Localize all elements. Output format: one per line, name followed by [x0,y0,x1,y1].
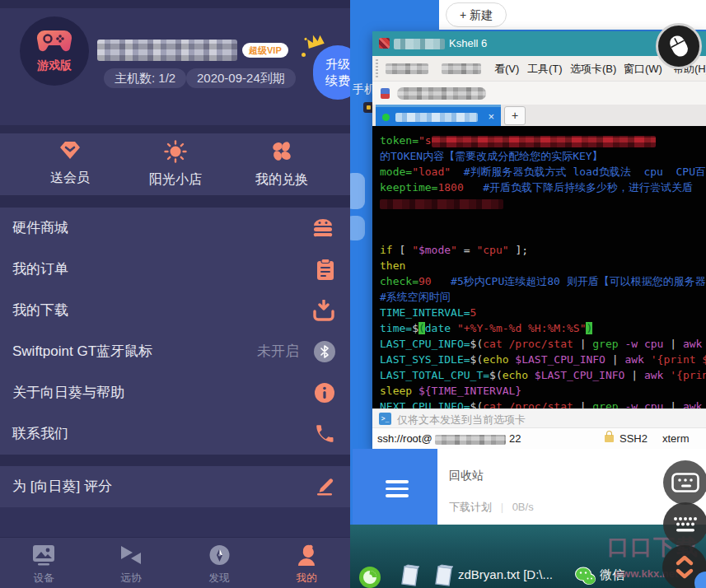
redacted-menu [442,63,481,74]
terminal[interactable]: token="s的TOKEN内容【需要改成分配给您的实际KEY】mode="lo… [372,126,706,408]
sunflower-app-panel: 游戏版 超级VIP 主机数: 1/2 2020-09-24到期 升级 续费 送会… [0,0,350,588]
keyboard-icon [671,516,699,534]
redacted-address[interactable] [397,87,486,100]
divider-band [0,125,350,133]
person-icon [295,554,318,568]
vip-badge: 超级VIP [242,43,288,58]
list-item-contact-us[interactable]: 联系我们 [0,413,350,455]
mouse-control-button[interactable] [656,23,702,69]
send-text-label: 仅将文本发送到当前选项卡 [397,413,526,427]
gamepad-icon [36,29,72,57]
tab-discover[interactable]: 发现 [182,544,256,586]
edit-icon [314,476,335,501]
host-count-pill: 主机数: 1/2 [104,68,186,88]
sun-icon [163,152,188,166]
app-logo-icon [379,38,390,49]
phone-icon [314,423,335,448]
wechat-icon[interactable] [574,566,596,588]
notepad-taskbar-icon[interactable] [400,564,421,588]
keypad-icon [671,473,699,492]
kshell-window: Kshell 6 看(V) 工具(T) 选项卡(B) 窗口(W) 帮助(H) ×… [372,31,706,449]
list-item-my-downloads[interactable]: 我的下载 [0,290,350,332]
background-button-shape [350,173,365,209]
bluetooth-status: 未开启 [257,331,299,372]
quick-connect-toolbar [372,81,706,105]
taskbar-wechat-label[interactable]: 微信 [600,567,624,583]
session-tab-active[interactable]: × [376,105,501,126]
tab-label: 设备 [7,572,81,586]
tab-close-icon[interactable]: × [488,110,494,123]
list-item-swiftpoint-mouse[interactable]: Swiftpoint GT蓝牙鼠标 未开启 [0,331,350,373]
send-text-bar[interactable]: >_ 仅将文本发送到当前选项卡 [372,408,706,428]
browser-taskbar-icon[interactable] [358,566,381,588]
download-speed: 0B/s [512,501,534,513]
list-item-label: 为 [向日葵] 评分 [12,466,112,507]
background-button-shape [350,216,365,240]
list-item-label: 关于向日葵与帮助 [12,372,124,413]
avatar[interactable]: 游戏版 [20,16,89,86]
upgrade-renew-button[interactable]: 升级 续费 [313,45,350,100]
quick-item-label: 送会员 [25,170,115,187]
new-session-tab-button[interactable]: + [504,106,526,125]
bluetooth-icon [314,341,335,362]
list-item-hardware-store[interactable]: 硬件商城 [0,208,350,250]
upgrade-label-2: 续费 [325,72,350,89]
mouse-icon [663,30,694,63]
list-item-my-orders[interactable]: 我的订单 [0,249,350,291]
bottom-nav: 设备 远协 发现 [0,537,350,588]
edition-label: 游戏版 [37,58,72,73]
menu-window[interactable]: 窗口(W) [624,62,662,77]
window-status-bar: ssh://root@ 22 SSH2 xterm [372,427,706,450]
quick-item-gift-vip[interactable]: 送会员 [25,140,115,187]
menu-tools[interactable]: 工具(T) [527,62,563,77]
compass-icon [208,554,231,568]
chevrons-icon [674,553,695,581]
quick-item-redeem[interactable]: 我的兑换 [236,140,327,189]
connect-icon [381,88,390,99]
redacted-ssh-host [435,435,506,445]
upgrade-label-1: 升级 [325,56,350,72]
new-tab-button[interactable]: + 新建 [446,2,507,27]
hamburger-icon[interactable] [386,480,409,502]
redacted-username [97,40,237,61]
list-item-rate-app[interactable]: 为 [向日葵] 评分 [0,466,350,507]
ssh-port: 22 [509,432,521,445]
list-item-about-help[interactable]: 关于向日葵与帮助 [0,372,350,414]
list-item-label: 硬件商城 [12,208,68,249]
redacted-menu [386,63,428,74]
tab-remote-assist[interactable]: 远协 [94,544,168,586]
remote-desktop: + 新建 手机 Kshell 6 看(V) 工具(T) 选项卡(B) 窗口(W)… [350,0,706,588]
redacted-tab-title [395,113,478,122]
download-plan-label[interactable]: 下载计划 [449,501,492,513]
recycle-bin-label[interactable]: 回收站 [449,469,484,483]
notepad-file-icon[interactable] [433,564,455,588]
quick-item-sun-shop[interactable]: 阳光小店 [130,140,221,189]
session-tab-strip: × + [372,105,706,126]
side-menu-panel [353,449,437,525]
lock-icon [605,435,614,442]
tab-mine[interactable]: 我的 [269,544,344,586]
tab-label: 我的 [269,572,344,586]
taskbar: 口口下载 www.kkx.net zdBryan.txt [D:\... [350,525,706,588]
menu-view[interactable]: 看(V) [494,62,519,77]
taskbar-file-label[interactable]: zdBryan.txt [D:\... [458,567,553,581]
keypad-control-button[interactable] [663,460,706,505]
app-status-strip [0,0,350,8]
list-item-label: 我的订单 [12,249,68,290]
list-item-label: Swiftpoint GT蓝牙鼠标 [12,331,152,372]
download-plan-row: 下载计划 | 0B/s [449,500,534,515]
connected-dot [382,114,390,121]
redacted-title-text [394,39,445,49]
menu-tabs[interactable]: 选项卡(B) [570,62,616,77]
download-icon [312,300,335,324]
info-icon [314,382,335,407]
terminal-type-label: xterm [662,432,690,445]
keyboard-control-button[interactable] [663,502,706,547]
tab-devices[interactable]: 设备 [7,544,81,586]
terminal-mini-icon: >_ [379,413,391,425]
ssh-address: ssh://root@ 22 [377,432,521,445]
pinwheel-icon [269,152,294,166]
quick-item-label: 阳光小店 [130,171,221,189]
gem-icon [58,150,82,164]
devices-icon [31,554,56,568]
